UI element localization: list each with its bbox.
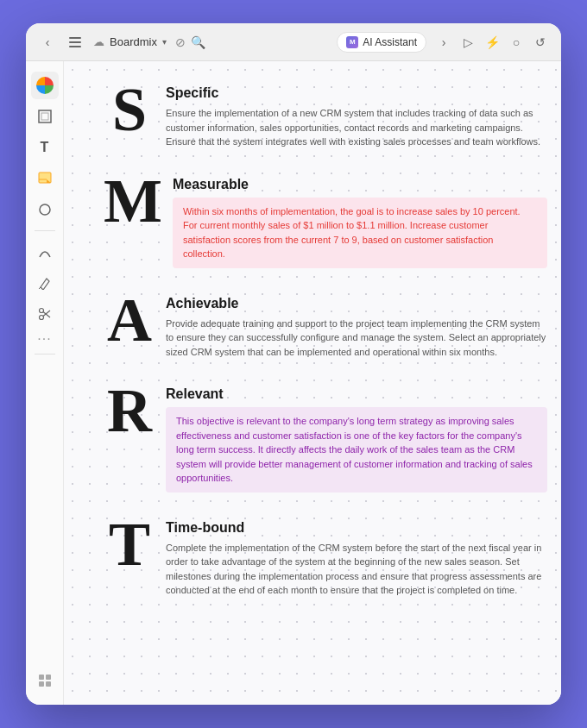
svg-point-7 — [39, 309, 43, 313]
smart-item-timebound: T Time-bound Complete the implementation… — [104, 513, 547, 605]
measurable-text-block: Measurable Within six months of implemen… — [173, 170, 547, 275]
sidebar-item-shape[interactable] — [31, 196, 59, 223]
svg-line-6 — [39, 287, 41, 289]
frame-icon — [37, 109, 53, 124]
svg-rect-2 — [39, 173, 51, 183]
shape-icon — [38, 203, 52, 217]
letter-m: M — [104, 170, 162, 232]
letter-a: A — [104, 289, 155, 351]
menu-button[interactable] — [66, 33, 85, 52]
lightning-icon[interactable]: ⚡ — [483, 34, 501, 51]
specific-desc: Ensure the implementation of a new CRM s… — [166, 106, 547, 149]
sidebar-divider — [35, 230, 55, 231]
sidebar-item-text[interactable]: T — [31, 134, 59, 161]
svg-line-9 — [43, 312, 50, 318]
search-icon[interactable]: 🔍 — [191, 35, 205, 49]
smart-content: S Specific Ensure the implementation of … — [78, 78, 547, 605]
table-icon — [38, 674, 52, 687]
specific-title: Specific — [166, 85, 547, 101]
play-icon[interactable]: ▷ — [459, 34, 477, 51]
relevant-highlight: This objective is relevant to the compan… — [166, 407, 547, 493]
expand-icon[interactable]: › — [435, 34, 452, 51]
achievable-text-block: Achievable Provide adequate training and… — [166, 289, 547, 367]
colors-icon — [36, 77, 54, 94]
svg-point-8 — [39, 316, 43, 320]
relevant-text-block: Relevant This objective is relevant to t… — [166, 380, 547, 499]
content-area: T — [26, 61, 561, 705]
ai-assistant-label: AI Assistant — [363, 36, 417, 48]
letter-t: T — [104, 513, 155, 575]
smart-item-achievable: A Achievable Provide adequate training a… — [104, 289, 547, 367]
comment-icon[interactable]: ○ — [508, 34, 525, 51]
browser-window: ‹ ☁ Boardmix ▾ ⊘ 🔍 M AI Assistant › ▷ ⚡ … — [26, 23, 561, 705]
smart-item-specific: S Specific Ensure the implementation of … — [104, 78, 547, 156]
toolbar-right: › ▷ ⚡ ○ ↺ — [435, 34, 549, 51]
measurable-highlight: Within six months of implementation, the… — [173, 198, 547, 268]
timebound-text-block: Time-bound Complete the implementation o… — [166, 513, 547, 605]
cloud-icon: ☁ — [93, 35, 104, 48]
sidebar-item-connector[interactable] — [31, 238, 59, 266]
ai-logo: M — [346, 36, 358, 48]
menu-icon — [69, 37, 81, 47]
timebound-desc: Complete the implementation of the CRM s… — [166, 541, 547, 598]
smart-item-measurable: M Measurable Within six months of implem… — [104, 170, 547, 275]
sidebar-more[interactable]: ··· — [37, 331, 51, 347]
svg-point-5 — [40, 204, 50, 215]
browser-chrome: ‹ ☁ Boardmix ▾ ⊘ 🔍 M AI Assistant › ▷ ⚡ … — [26, 23, 561, 61]
svg-rect-11 — [39, 675, 44, 680]
sidebar-item-scissors[interactable] — [31, 300, 59, 328]
scissors-icon — [38, 307, 52, 321]
measurable-desc: Within six months of implementation, the… — [183, 204, 537, 261]
svg-rect-13 — [39, 681, 44, 687]
measurable-title: Measurable — [173, 177, 547, 192]
svg-rect-1 — [41, 113, 48, 120]
smart-item-relevant: R Relevant This objective is relevant to… — [104, 380, 547, 499]
letter-r: R — [104, 380, 155, 442]
sidebar-item-table[interactable] — [31, 667, 59, 694]
boardmix-label[interactable]: Boardmix — [110, 35, 157, 48]
text-icon: T — [41, 140, 49, 155]
sidebar: T — [26, 61, 64, 705]
sidebar-item-sticky[interactable] — [31, 165, 59, 192]
svg-rect-0 — [39, 110, 51, 122]
sidebar-item-colors[interactable] — [31, 72, 59, 99]
breadcrumb: ☁ Boardmix ▾ ⊘ 🔍 — [93, 35, 328, 49]
sticky-icon — [38, 172, 52, 185]
dropdown-icon: ▾ — [162, 37, 167, 47]
achievable-desc: Provide adequate training and support to… — [166, 317, 547, 360]
draw-icon — [38, 276, 52, 290]
svg-rect-14 — [46, 681, 51, 687]
refresh-icon[interactable]: ↺ — [532, 34, 549, 51]
back-button[interactable]: ‹ — [38, 33, 57, 52]
ai-assistant-button[interactable]: M AI Assistant — [337, 32, 426, 53]
canvas-area[interactable]: S Specific Ensure the implementation of … — [64, 61, 561, 705]
achievable-title: Achievable — [166, 296, 547, 311]
relevant-title: Relevant — [166, 386, 547, 402]
svg-line-10 — [43, 311, 50, 317]
specific-text-block: Specific Ensure the implementation of a … — [166, 78, 547, 156]
connector-icon — [38, 245, 52, 259]
relevant-desc: This objective is relevant to the compan… — [176, 414, 537, 486]
sidebar-item-draw[interactable] — [31, 269, 59, 297]
letter-s: S — [104, 78, 155, 141]
tag-icon: ⊘ — [175, 35, 186, 49]
sidebar-item-frame[interactable] — [31, 103, 59, 130]
svg-rect-12 — [46, 675, 51, 680]
sidebar-bottom-divider — [35, 354, 55, 355]
timebound-title: Time-bound — [166, 520, 547, 536]
